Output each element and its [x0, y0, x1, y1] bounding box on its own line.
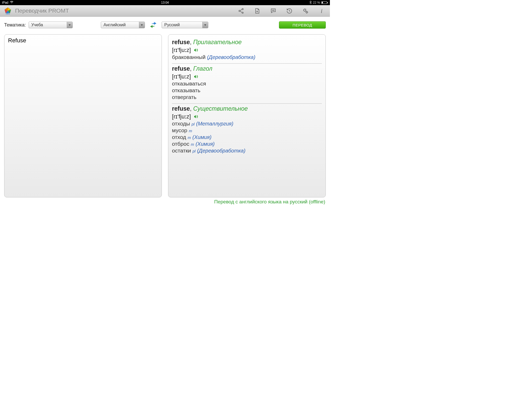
input-text[interactable]: Refuse [8, 37, 158, 44]
headword: refuse [172, 105, 190, 112]
app-logo: offline [3, 7, 12, 15]
part-of-speech: Существительное [193, 105, 248, 112]
add-document-icon[interactable] [254, 8, 260, 14]
input-panel[interactable]: Refuse [4, 34, 162, 197]
svg-line-10 [240, 9, 242, 11]
bluetooth-icon [309, 1, 312, 5]
translation-mode-note: Перевод с английского языка на русский (… [0, 197, 330, 206]
info-icon[interactable]: i [318, 8, 325, 14]
battery-icon [321, 1, 328, 4]
svg-point-18 [306, 11, 308, 13]
pronunciation-row: [rɪ'fjuːz] [172, 73, 322, 80]
chevron-down-icon [67, 22, 72, 28]
status-time: 13:04 [161, 1, 169, 4]
controls-row: Тематика: Учеба Английский Русский ПЕРЕВ… [0, 17, 330, 33]
translation-text: отходы [172, 121, 190, 127]
translation-line: отходы pl (Металлургия) [172, 121, 322, 127]
svg-point-14 [272, 10, 273, 10]
swap-languages-button[interactable] [149, 20, 158, 30]
from-language-value: Английский [104, 23, 126, 27]
translation-line: отброс m (Химия) [172, 141, 322, 147]
domain-tag: (Химия) [192, 134, 211, 140]
translation-text: остатки [172, 148, 191, 154]
translation-text: отход [172, 134, 186, 140]
chat-icon[interactable] [270, 8, 276, 14]
speaker-icon[interactable] [194, 48, 198, 52]
headword-line: refuse, Глагол [172, 65, 322, 72]
pronunciation-row: [rɪ'fjuːz] [172, 113, 322, 120]
translate-button[interactable]: ПЕРЕВОД [279, 21, 326, 29]
speaker-icon[interactable] [194, 114, 198, 119]
chevron-down-icon [139, 22, 145, 28]
wifi-icon [10, 1, 14, 4]
dictionary-entry: refuse, Глагол[rɪ'fjuːz]отказыватьсяотка… [172, 64, 322, 104]
dictionary-entry: refuse, Прилагательное[rɪ'fjuːz]бракован… [172, 37, 322, 64]
battery-percent: 22 % [313, 1, 320, 4]
results-panel: refuse, Прилагательное[rɪ'fjuːz]бракован… [168, 34, 326, 197]
ipa-transcription: [rɪ'fjuːz] [172, 113, 191, 120]
topic-dropdown[interactable]: Учеба [29, 22, 73, 28]
chevron-down-icon [202, 22, 208, 28]
topic-label: Тематика: [4, 22, 26, 28]
headword-line: refuse, Прилагательное [172, 39, 322, 46]
grammar-tag: pl [192, 122, 195, 126]
svg-line-11 [240, 11, 242, 12]
translation-text: бракованный [172, 54, 205, 60]
to-language-dropdown[interactable]: Русский [162, 22, 208, 28]
translation-line: отказывать [172, 87, 322, 94]
translation-line: отход m (Химия) [172, 134, 322, 140]
svg-text:i: i [321, 8, 323, 14]
translation-line: отказываться [172, 81, 322, 87]
history-icon[interactable] [286, 8, 292, 14]
ipa-transcription: [rɪ'fjuːz] [172, 47, 191, 54]
translation-text: отказываться [172, 81, 206, 87]
dictionary-entry: refuse, Существительное[rɪ'fjuːz]отходы … [172, 104, 322, 157]
svg-point-16 [274, 10, 274, 10]
domain-tag: (Деревообработка) [207, 54, 255, 60]
app-title: Переводчик PROMT [15, 8, 69, 14]
app-header: offline Переводчик PROMT i [0, 5, 330, 17]
part-of-speech: Прилагательное [193, 39, 242, 45]
topic-value: Учеба [31, 23, 43, 27]
headword: refuse [172, 65, 190, 72]
part-of-speech: Глагол [193, 65, 212, 72]
translation-text: отвергать [172, 94, 196, 100]
device-label: iPad [2, 1, 8, 4]
domain-tag: (Химия) [196, 141, 215, 147]
translation-line: мусор m [172, 127, 322, 134]
grammar-tag: m [188, 135, 191, 140]
headword-line: refuse, Существительное [172, 105, 322, 112]
grammar-tag: m [189, 129, 192, 133]
speaker-icon[interactable] [194, 74, 198, 79]
translation-text: отброс [172, 141, 189, 147]
domain-tag: (Металлургия) [196, 121, 233, 127]
from-language-dropdown[interactable]: Английский [101, 22, 145, 28]
svg-text:offline: offline [6, 13, 10, 15]
translation-text: отказывать [172, 87, 200, 93]
grammar-tag: m [191, 142, 194, 147]
status-bar: iPad 13:04 22 % [0, 0, 330, 5]
translation-line: бракованный (Деревообработка) [172, 54, 322, 60]
share-icon[interactable] [238, 8, 244, 14]
domain-tag: (Деревообработка) [197, 148, 245, 154]
translation-line: отвергать [172, 94, 322, 100]
translation-line: остатки pl (Деревообработка) [172, 148, 322, 154]
settings-icon[interactable] [302, 8, 309, 14]
grammar-tag: pl [192, 149, 196, 153]
translation-text: мусор [172, 127, 187, 133]
ipa-transcription: [rɪ'fjuːz] [172, 73, 191, 80]
headword: refuse [172, 39, 190, 45]
svg-point-15 [273, 10, 274, 10]
to-language-value: Русский [164, 23, 180, 27]
pronunciation-row: [rɪ'fjuːz] [172, 47, 322, 54]
